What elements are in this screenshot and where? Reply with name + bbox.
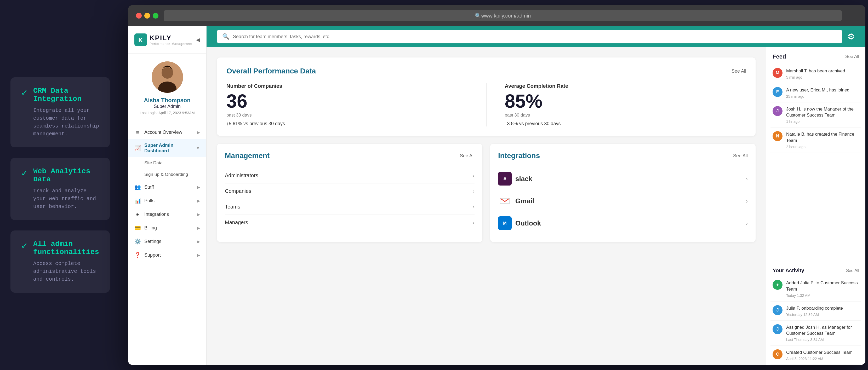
- mgmt-item-arrow: ›: [473, 204, 474, 210]
- minimize-dot[interactable]: [144, 13, 150, 19]
- integrations-title: Integrations: [498, 152, 540, 160]
- activity-see-all[interactable]: See All: [846, 268, 859, 273]
- nav-label-integrations: Integrations: [144, 212, 197, 217]
- performance-card: Overall Performance Data See All Number …: [217, 58, 755, 136]
- feed-time-2: 1 hr ago: [786, 120, 859, 124]
- avatar-image: [152, 61, 183, 93]
- gmail-icon: [498, 194, 512, 208]
- kpily-logo-icon: K: [134, 33, 147, 46]
- sidebar-item-staff[interactable]: 👥 Staff ▶: [128, 180, 206, 194]
- feed-see-all[interactable]: See All: [845, 54, 859, 59]
- nav-arrow-support: ▶: [197, 253, 200, 258]
- check-icon: ✓: [21, 241, 28, 251]
- metric-period: past 30 days: [505, 113, 746, 118]
- collapse-sidebar-button[interactable]: ◀: [196, 37, 200, 43]
- sidebar-item-dashboard[interactable]: 📈 Super Admin Dashboard ▼: [128, 139, 206, 157]
- mgmt-item-arrow: ›: [473, 220, 474, 226]
- feed-avatar-0: M: [773, 68, 782, 78]
- sidebar-item-billing[interactable]: 💳 Billing ▶: [128, 221, 206, 235]
- sidebar-item-integrations[interactable]: ⊞ Integrations ▶: [128, 207, 206, 221]
- management-item-teams[interactable]: Teams ›: [225, 199, 474, 215]
- search-input[interactable]: [233, 34, 837, 39]
- activity-item-3: C Created Customer Success Team April 8,…: [771, 346, 861, 365]
- bottom-section: Management See All Administrators › Comp…: [217, 144, 755, 242]
- management-item-managers[interactable]: Managers ›: [225, 215, 474, 230]
- integration-item-outlook[interactable]: M Outlook ›: [498, 212, 748, 234]
- nav-arrow-dashboard: ▼: [196, 146, 200, 150]
- svg-text:M: M: [503, 221, 506, 226]
- feature-desc: Track and analyze your web traffic and u…: [33, 187, 99, 211]
- search-icon-url: 🔍: [475, 12, 481, 19]
- outlook-icon: M: [498, 216, 512, 230]
- feed-message-3: Natalie B. has created the Finance Team: [786, 131, 859, 144]
- integrations-card: Integrations See All # slack ›: [490, 144, 755, 242]
- dashboard-body: Overall Performance Data See All Number …: [207, 47, 865, 365]
- sidebar-item-settings[interactable]: ⚙️ Settings ▶: [128, 235, 206, 248]
- management-item-companies[interactable]: Companies ›: [225, 183, 474, 199]
- nav-arrow-billing: ▶: [197, 226, 200, 231]
- search-bar[interactable]: 🔍: [217, 30, 842, 43]
- check-icon: ✓: [21, 88, 28, 98]
- feed-text-0: Marshall T. has been archived 5 min ago: [786, 68, 859, 79]
- activity-items: + Added Julia P. to Customer Success Tea…: [766, 276, 865, 365]
- mgmt-item-label: Managers: [225, 220, 248, 226]
- settings-button[interactable]: ⚙: [847, 32, 855, 41]
- logo-name: KPILY: [150, 34, 192, 42]
- feature-card-web: ✓ Web Analytics Data Track and analyze y…: [10, 158, 110, 220]
- activity-title: Your Activity: [773, 268, 804, 274]
- management-items: Administrators › Companies › Teams › Man…: [225, 168, 474, 230]
- sidebar-logo-area: K KPILY Performance Management ◀: [128, 26, 206, 54]
- close-dot[interactable]: [136, 13, 142, 19]
- feed-item-2: J Josh H. is now the Manager of the Cust…: [771, 102, 861, 128]
- nav-arrow-account: ▶: [197, 130, 200, 135]
- activity-time-0: Today 1:32 AM: [786, 294, 859, 298]
- feature-desc: Integrate all your customer data for sea…: [33, 107, 99, 138]
- activity-avatar-2: J: [773, 324, 782, 334]
- management-see-all[interactable]: See All: [460, 153, 474, 159]
- nav-icon-staff: 👥: [134, 184, 141, 190]
- metric-divider: [486, 83, 487, 127]
- sidebar: K KPILY Performance Management ◀: [128, 26, 207, 365]
- integ-arrow-slack: ›: [746, 176, 748, 182]
- metric-change: ↑3.8% vs previous 30 days: [505, 121, 746, 127]
- url-bar[interactable]: 🔍 www.kpily.com/admin: [164, 10, 842, 21]
- feed-title: Feed: [773, 53, 786, 60]
- metric-value: 36: [226, 92, 468, 110]
- sidebar-subitem-site-data[interactable]: Site Data: [128, 157, 206, 169]
- activity-text-2: Assigned Josh H. as Manager for Customer…: [786, 324, 859, 342]
- top-bar: 🔍 ⚙: [207, 26, 865, 47]
- mgmt-item-arrow: ›: [473, 172, 474, 178]
- integ-name-gmail: Gmail: [515, 197, 534, 205]
- activity-time-3: April 8, 2023 11:22 AM: [786, 357, 859, 361]
- maximize-dot[interactable]: [153, 13, 158, 19]
- sidebar-subitem-signup[interactable]: Sign up & Onboarding: [128, 169, 206, 180]
- nav-label-settings: Settings: [144, 239, 197, 244]
- browser-controls: [136, 13, 158, 19]
- activity-message-0: Added Julia P. to Customer Success Team: [786, 280, 859, 292]
- mgmt-item-arrow: ›: [473, 188, 474, 194]
- feed-items: M Marshall T. has been archived 5 min ag…: [766, 64, 865, 262]
- feed-item-0: M Marshall T. has been archived 5 min ag…: [771, 64, 861, 83]
- management-item-administrators[interactable]: Administrators ›: [225, 168, 474, 183]
- sidebar-item-account[interactable]: ≡ Account Overview ▶: [128, 126, 206, 139]
- feed-time-1: 25 min ago: [786, 94, 859, 99]
- integrations-see-all[interactable]: See All: [733, 153, 748, 159]
- nav-arrow-settings: ▶: [197, 239, 200, 244]
- activity-text-1: Julia P. onboarding complete Yesterday 1…: [786, 305, 859, 317]
- integration-item-gmail[interactable]: Gmail ›: [498, 190, 748, 212]
- feature-card-crm: ✓ CRM Data Integration Integrate all you…: [10, 77, 110, 147]
- activity-time-2: Last Thursday 3:34 AM: [786, 338, 859, 342]
- nav-label-account: Account Overview: [144, 130, 197, 135]
- performance-see-all[interactable]: See All: [732, 68, 746, 74]
- sidebar-item-polls[interactable]: 📊 Polls ▶: [128, 194, 206, 207]
- sidebar-item-support[interactable]: ❓ Support ▶: [128, 248, 206, 262]
- integ-logo-gmail: Gmail: [498, 194, 534, 208]
- feed-text-2: Josh H. is now the Manager of the Custom…: [786, 106, 859, 124]
- activity-message-2: Assigned Josh H. as Manager for Customer…: [786, 324, 859, 337]
- mgmt-item-label: Administrators: [225, 172, 258, 178]
- feed-avatar-1: E: [773, 87, 782, 97]
- nav-icon-dashboard: 📈: [134, 145, 141, 151]
- search-icon: 🔍: [222, 33, 229, 40]
- integration-item-slack[interactable]: # slack ›: [498, 168, 748, 190]
- metric-block-1: Average Completion Rate 85% past 30 days…: [505, 83, 746, 127]
